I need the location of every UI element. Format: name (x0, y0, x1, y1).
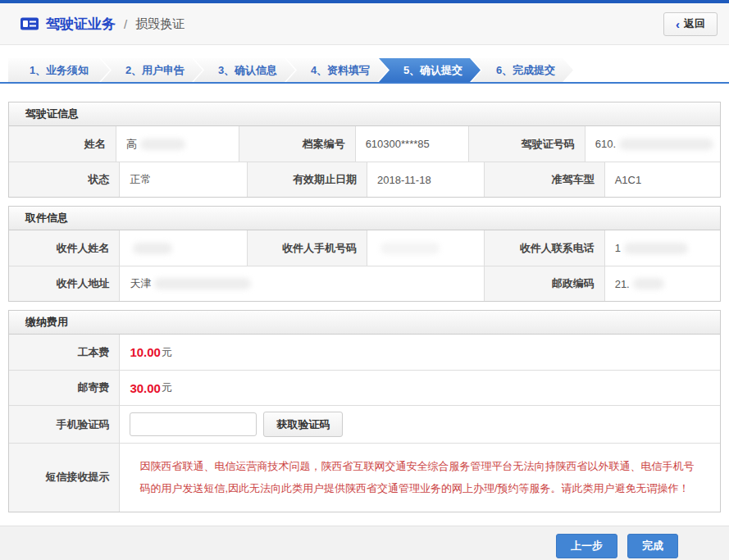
vehicle-class-value: A1C1 (604, 162, 720, 197)
page-subtitle: 损毁换证 (135, 16, 185, 32)
redaction-blur (624, 243, 688, 254)
table-row: 工本费 10.00 元 (9, 335, 720, 370)
step-2-user-declaration[interactable]: 2、用户申告 (101, 58, 203, 82)
step-3-confirm-info[interactable]: 3、确认信息 (194, 58, 295, 82)
name-value: 高 (116, 126, 239, 162)
redaction-blur (633, 278, 664, 289)
redaction-blur (140, 139, 185, 150)
file-number-label: 档案编号 (239, 126, 355, 162)
sms-notice-cell: 因陕西省联通、电信运营商技术问题，陕西省互联网交通安全综合服务管理平台无法向持陕… (119, 444, 720, 512)
get-sms-code-button[interactable]: 获取验证码 (263, 412, 343, 437)
redaction-blur (619, 139, 713, 150)
table-row: 姓名 高 档案编号 610300****85 驾驶证号码 610. (9, 126, 720, 162)
recipient-contact-label: 收件人联系电话 (484, 230, 604, 266)
mailing-fee-value: 30.00 元 (119, 371, 720, 405)
page-header: 驾驶证业务 / 损毁换证 ‹ 返回 (0, 3, 729, 45)
table-row: 手机验证码 获取验证码 (9, 405, 720, 443)
redaction-blur (133, 243, 172, 254)
pickup-section-title: 取件信息 (9, 207, 720, 230)
recipient-contact-value: 1 (604, 230, 720, 266)
license-card-icon (20, 16, 39, 31)
license-section-title: 驾驶证信息 (9, 102, 720, 126)
mailing-fee-amount: 30.00 (130, 381, 161, 395)
step-6-complete-submit[interactable]: 6、完成提交 (472, 58, 573, 82)
section-license-info: 驾驶证信息 姓名 高 档案编号 610300****85 驾驶证号码 610. … (8, 102, 721, 198)
recipient-mobile-value (367, 230, 484, 266)
page-title: 驾驶证业务 (46, 15, 116, 34)
license-number-label: 驾驶证号码 (468, 126, 585, 162)
sms-code-label: 手机验证码 (9, 406, 119, 443)
mailing-fee-label: 邮寄费 (9, 371, 119, 405)
license-number-value: 610. (585, 126, 720, 162)
previous-step-button[interactable]: 上一步 (556, 534, 617, 558)
recipient-name-value (119, 230, 246, 266)
table-row: 收件人地址 天津 邮政编码 21. (9, 266, 720, 301)
postal-code-value: 21. (604, 266, 720, 301)
redaction-blur (154, 278, 251, 289)
step-5-confirm-submit[interactable]: 5、确认提交 (379, 58, 481, 82)
production-fee-value: 10.00 元 (119, 335, 720, 370)
section-fees: 缴纳费用 工本费 10.00 元 邮寄费 30.00 元 手机验证码 获取验证码… (8, 310, 721, 512)
steps-nav: 1、业务须知 2、用户申告 3、确认信息 4、资料填写 5、确认提交 6、完成提… (0, 58, 729, 84)
back-button-label: 返回 (684, 16, 705, 31)
sms-notice-text: 因陕西省联通、电信运营商技术问题，陕西省互联网交通安全综合服务管理平台无法向持陕… (130, 447, 713, 508)
step-1-business-notice[interactable]: 1、业务须知 (8, 58, 110, 82)
production-fee-amount: 10.00 (130, 345, 161, 359)
finish-button[interactable]: 完成 (627, 534, 678, 558)
main-content: 驾驶证信息 姓名 高 档案编号 610300****85 驾驶证号码 610. … (0, 102, 729, 512)
table-row: 收件人姓名 收件人手机号码 收件人联系电话 1 (9, 230, 720, 266)
fee-unit: 元 (162, 345, 172, 360)
sms-notice-label: 短信接收提示 (9, 444, 119, 512)
redaction-blur (380, 243, 440, 254)
fees-section-title: 缴纳费用 (9, 311, 720, 335)
sms-code-input[interactable] (130, 412, 257, 436)
table-row: 短信接收提示 因陕西省联通、电信运营商技术问题，陕西省互联网交通安全综合服务管理… (9, 443, 720, 512)
recipient-address-label: 收件人地址 (9, 266, 119, 301)
fee-unit: 元 (162, 380, 172, 395)
expiry-date-label: 有效期止日期 (247, 162, 367, 197)
section-pickup-info: 取件信息 收件人姓名 收件人手机号码 收件人联系电话 1 收件人地址 天津 邮政… (8, 206, 721, 302)
back-chevron-icon: ‹ (676, 18, 680, 30)
file-number-value: 610300****85 (355, 126, 468, 162)
table-row: 状态 正常 有效期止日期 2018-11-18 准驾车型 A1C1 (9, 162, 720, 197)
recipient-mobile-label: 收件人手机号码 (247, 230, 367, 266)
status-value: 正常 (119, 162, 246, 197)
vehicle-class-label: 准驾车型 (484, 162, 604, 197)
postal-code-label: 邮政编码 (484, 266, 604, 301)
recipient-address-value: 天津 (119, 266, 484, 301)
sms-code-field-cell: 获取验证码 (119, 406, 720, 443)
breadcrumb: 驾驶证业务 / 损毁换证 (20, 15, 185, 34)
production-fee-label: 工本费 (9, 335, 119, 370)
table-row: 邮寄费 30.00 元 (9, 370, 720, 405)
name-label: 姓名 (9, 126, 116, 162)
status-label: 状态 (9, 162, 119, 197)
footer-actions: 上一步 完成 (0, 526, 729, 560)
expiry-date-value: 2018-11-18 (367, 162, 484, 197)
breadcrumb-separator: / (124, 17, 127, 31)
back-button[interactable]: ‹ 返回 (663, 12, 718, 36)
step-4-fill-data[interactable]: 4、资料填写 (286, 58, 388, 82)
recipient-name-label: 收件人姓名 (9, 230, 119, 266)
